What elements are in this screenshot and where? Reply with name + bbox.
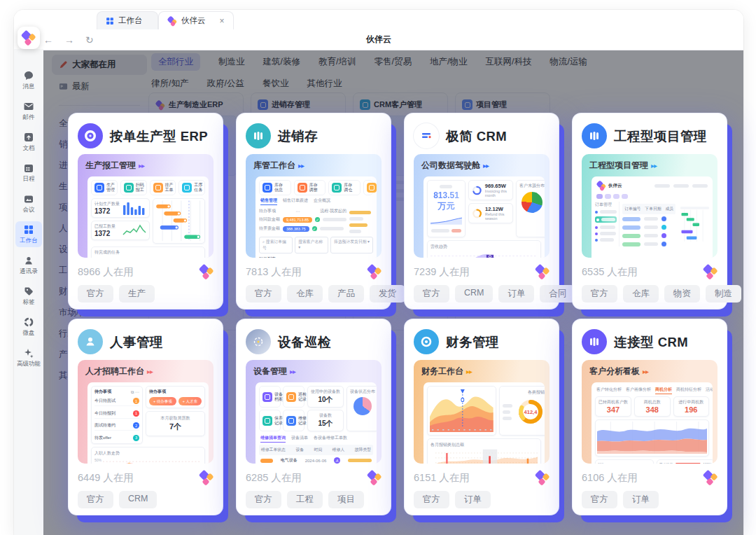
users-count: 6151 人在用 (414, 471, 470, 485)
template-card-device[interactable]: 设备巡检 设备管理▸▸ 设备档案 巡检记录 保养记录 维修记录 使用中的设备数1… (237, 319, 391, 515)
tab-close-icon[interactable]: × (220, 17, 225, 25)
huoban-diamond-icon (200, 265, 214, 279)
mini-app-icon (286, 392, 296, 402)
card-title: 按单生产型 ERP (110, 127, 208, 145)
tab-huobanyun[interactable]: 伙伴云 × (158, 11, 234, 29)
template-preview: 公司数据驾驶舱▸▸ 813.51万元 969.65WInvoicing this… (414, 154, 550, 258)
tag-chip[interactable]: 官方 (78, 285, 113, 303)
users-count: 6449 人在用 (78, 471, 134, 485)
tag-chip[interactable]: CRM (119, 491, 157, 508)
app-logo (18, 27, 40, 49)
rail-item-advanced[interactable]: 高级功能 (15, 345, 42, 370)
add-talent-button[interactable]: + 人才库 (178, 397, 202, 405)
rail-item-contacts[interactable]: 通讯录 (15, 252, 42, 278)
tag-chip[interactable]: 项目 (328, 491, 364, 508)
mini-app-icon (298, 183, 307, 193)
card-title: 设备巡检 (278, 333, 331, 351)
tag-chip[interactable]: 发货 (370, 285, 405, 303)
tag-chip[interactable]: 物资 (664, 285, 700, 303)
mini-app-icon (286, 416, 296, 426)
tag-chip[interactable]: 产品 (328, 285, 364, 303)
rail-item-tags[interactable]: 标签 (15, 283, 42, 309)
users-count: 7239 人在用 (414, 265, 470, 279)
hr-trend-chart (103, 457, 202, 464)
rail-item-workbench[interactable]: 工作台 (15, 221, 42, 247)
device-photo-icon (246, 329, 271, 354)
tag-chip[interactable]: 官方 (246, 285, 281, 303)
huoban-logo-icon (167, 16, 177, 26)
template-card-erp[interactable]: 按单生产型 ERP 生产报工管理▸▸ 生产管理 扫码报工 排产工单 工序任务 计… (69, 113, 223, 309)
revenue-value: 813.51万元 (430, 190, 462, 212)
tab-strip: 工作台 伙伴云 × (14, 10, 743, 29)
mini-app-icon (94, 183, 104, 193)
mini-bar-chart: 200 (595, 459, 654, 464)
users-count: 8966 人在用 (78, 265, 134, 279)
template-card-hr[interactable]: 人事管理 人才招聘工作台▸▸ 待办事项⧉ ⋯ 今日待面试1 今日待报到1 面试待… (69, 319, 223, 515)
template-card-inventory[interactable]: 进销存 库管工作台▸▸ 库存信息 库存调整 库存调仓 销售管理销售订单跟进企业概… (237, 113, 391, 309)
template-card-finance[interactable]: 财务管理 财务工作台▸▸ (405, 319, 559, 515)
tag-chip[interactable]: 订单 (455, 491, 491, 508)
calendar-icon (23, 162, 34, 174)
rail-item-messages[interactable]: 消息 (15, 67, 42, 93)
tag-chip[interactable]: 制造 (706, 285, 741, 303)
document-icon (23, 132, 34, 143)
arrows-icon: ▸▸ (466, 368, 472, 375)
rail-item-drive[interactable]: 微盘 (15, 314, 42, 340)
card-title: 极简 CRM (446, 127, 507, 145)
crm-columns-icon (582, 329, 607, 354)
mini-line-chart (430, 214, 462, 227)
users-count: 6106 人在用 (582, 471, 638, 485)
sparkle-icon (23, 347, 34, 359)
rail-item-mail[interactable]: 邮件 (15, 98, 42, 124)
arrows-icon: ▸▸ (643, 368, 648, 375)
huoban-diamond-icon (596, 181, 606, 190)
huoban-diamond-icon (536, 471, 550, 485)
tag-chip[interactable]: 官方 (246, 491, 281, 508)
huoban-diamond-icon (704, 471, 718, 485)
tag-chip[interactable]: CRM (455, 285, 493, 303)
expense-donut: 412,4 (517, 398, 545, 426)
add-todo-button[interactable]: + 待办事项 (149, 397, 176, 405)
card-title: 进销存 (278, 127, 318, 145)
template-card-project[interactable]: 工程型项目管理 工程型项目管理▸▸ 伙伴云 订单管理 (573, 113, 727, 309)
mini-app-icon (262, 416, 272, 426)
tag-chip[interactable]: 工程 (287, 491, 323, 508)
rail-item-docs[interactable]: 文档 (15, 129, 42, 155)
rail-item-calendar[interactable]: 日程 (15, 160, 42, 186)
mini-gantt (678, 202, 709, 246)
hr-person-icon (78, 329, 103, 354)
template-preview: 库管工作台▸▸ 库存信息 库存调整 库存调仓 销售管理销售订单跟进企业概况 待办… (246, 154, 382, 258)
tag-chip[interactable]: 订单 (623, 491, 659, 508)
users-count: 6285 人在用 (246, 471, 302, 485)
template-card-simple-crm[interactable]: 极简 CRM 公司数据驾驶舱▸▸ 813.51万元 969.65WInvoici… (405, 113, 559, 309)
tag-chip[interactable]: 官方 (78, 491, 113, 508)
pie-chart (522, 192, 542, 213)
tag-chip[interactable]: 官方 (414, 285, 449, 303)
arrows-icon: ▸▸ (147, 368, 153, 375)
monthly-expense-chart (430, 448, 538, 464)
tab-workbench[interactable]: 工作台 (97, 11, 158, 29)
tag-chip[interactable]: 订单 (498, 285, 534, 303)
tag-chip[interactable]: 生产 (119, 285, 155, 303)
device-status-pie (354, 397, 372, 415)
template-card-connected-crm[interactable]: 连接型 CRM 客户分析看板▸▸ 客户转化分析客户画像分析商机分析商机特征分析活… (573, 319, 727, 515)
template-preview: 财务工作台▸▸ (414, 360, 550, 464)
template-preview: 生产报工管理▸▸ 生产管理 扫码报工 排产工单 工序任务 计划生产数量1372 (78, 154, 214, 258)
tag-chip[interactable]: 官方 (582, 285, 617, 303)
arrows-icon: ▸▸ (139, 162, 144, 169)
mini-app-icon (332, 183, 342, 193)
tag-chip[interactable]: 仓库 (287, 285, 323, 303)
opportunity-area-chart (595, 419, 709, 457)
tag-chip[interactable]: 官方 (582, 491, 617, 508)
tag-chip[interactable]: 合同 (540, 285, 575, 303)
contacts-icon (23, 255, 34, 266)
tag-icon (23, 286, 34, 297)
users-count: 6535 人在用 (582, 265, 638, 279)
rail-item-meeting[interactable]: 会议 (15, 190, 42, 216)
tag-chip[interactable]: 官方 (414, 491, 449, 508)
tag-chip[interactable]: 仓库 (623, 285, 659, 303)
mini-line-chart (122, 223, 146, 237)
huoban-diamond-icon (704, 265, 718, 279)
arrows-icon: ▸▸ (290, 368, 295, 375)
card-title: 财务管理 (446, 333, 499, 351)
